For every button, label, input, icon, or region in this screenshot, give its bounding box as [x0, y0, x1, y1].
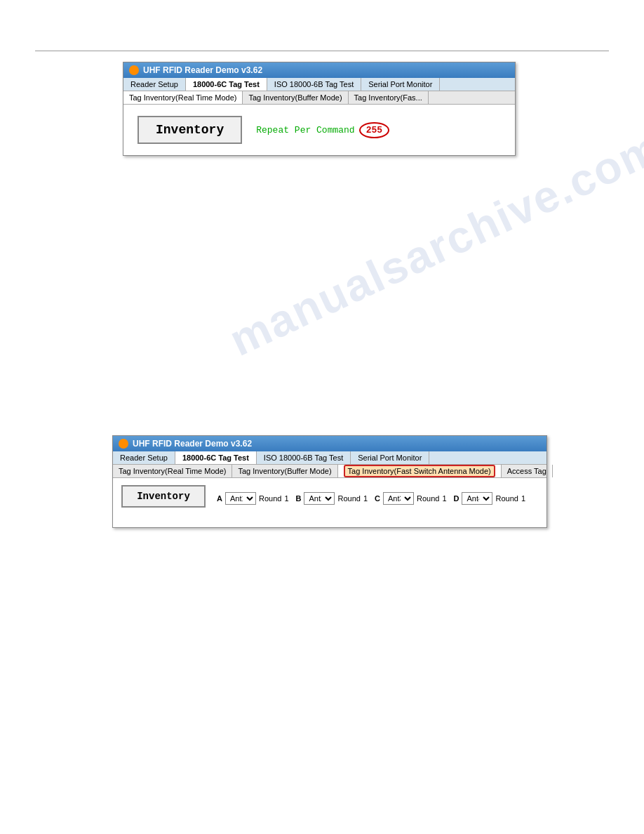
subtab-fast[interactable]: Tag Inventory(Fas... — [349, 91, 429, 104]
subtab2-access[interactable]: Access Tag — [502, 465, 553, 477]
app-icon-2 — [119, 439, 128, 449]
antenna-a-round-value: 1 — [284, 494, 288, 503]
window-1: UHF RFID Reader Demo v3.62 Reader Setup … — [123, 62, 516, 156]
window-title-1: UHF RFID Reader Demo v3.62 — [143, 65, 262, 75]
menu2-18000-6b[interactable]: ISO 18000-6B Tag Test — [257, 451, 351, 464]
window-title-2: UHF RFID Reader Demo v3.62 — [133, 439, 252, 449]
antenna-group-c: C Ant3 Round 1 — [375, 492, 447, 505]
menubar-1: Reader Setup 18000-6C Tag Test ISO 18000… — [123, 78, 515, 91]
window-2: UHF RFID Reader Demo v3.62 Reader Setup … — [112, 435, 547, 528]
antenna-d-label: D — [454, 494, 459, 503]
antenna-b-round-value: 1 — [363, 494, 368, 503]
antenna-group-a: A Ant1 Round 1 — [217, 492, 289, 505]
subtabbar-1: Tag Inventory(Real Time Mode) Tag Invent… — [123, 91, 515, 105]
top-divider — [35, 51, 609, 51]
antenna-c-label: C — [375, 494, 380, 503]
menu-serial-monitor[interactable]: Serial Port Monitor — [361, 78, 440, 91]
antenna-b-label: B — [296, 494, 302, 503]
watermark: manualsarchive.com — [222, 121, 644, 366]
subtab2-buffer[interactable]: Tag Inventory(Buffer Mode) — [232, 465, 337, 477]
antenna-b-select[interactable]: Ant2 — [304, 492, 335, 505]
subtab-realtime[interactable]: Tag Inventory(Real Time Mode) — [123, 91, 243, 104]
titlebar-2: UHF RFID Reader Demo v3.62 — [113, 436, 546, 451]
subtabbar-2: Tag Inventory(Real Time Mode) Tag Invent… — [113, 465, 546, 478]
menu-reader-setup[interactable]: Reader Setup — [123, 78, 186, 91]
antenna-a-round-label: Round — [259, 494, 281, 503]
subtab2-fast-switch[interactable]: Tag Inventory(Fast Switch Antenna Mode) — [338, 465, 502, 477]
antenna-d-round-value: 1 — [521, 494, 525, 503]
antenna-c-select[interactable]: Ant3 — [383, 492, 414, 505]
menubar-2: Reader Setup 18000-6C Tag Test ISO 18000… — [113, 451, 546, 465]
antenna-group-b: B Ant2 Round 1 — [296, 492, 368, 505]
antenna-group-d: D Ant4 Round 1 — [454, 492, 526, 505]
subtab-buffer[interactable]: Tag Inventory(Buffer Mode) — [243, 91, 348, 104]
antenna-a-select[interactable]: Ant1 — [225, 492, 256, 505]
subtab2-realtime[interactable]: Tag Inventory(Real Time Mode) — [113, 465, 232, 477]
menu-18000-6b[interactable]: ISO 18000-6B Tag Test — [267, 78, 361, 91]
inventory-button-1[interactable]: Inventory — [137, 116, 242, 144]
window-content-1: Inventory Repeat Per Command 255 — [123, 105, 515, 155]
menu2-reader-setup[interactable]: Reader Setup — [113, 451, 175, 464]
inventory-button-2[interactable]: Inventory — [121, 485, 206, 508]
menu-18000-6c[interactable]: 18000-6C Tag Test — [186, 78, 267, 91]
antenna-a-label: A — [217, 494, 222, 503]
antenna-row: A Ant1 Round 1 B Ant2 Round 1 — [217, 492, 525, 505]
antenna-d-select[interactable]: Ant4 — [462, 492, 492, 505]
repeat-per-command: Repeat Per Command 255 — [256, 122, 389, 138]
window-content-2: Inventory A Ant1 Round 1 B Ant2 — [113, 478, 546, 527]
menu2-18000-6c[interactable]: 18000-6C Tag Test — [175, 451, 257, 464]
titlebar-1: UHF RFID Reader Demo v3.62 — [123, 62, 515, 78]
antenna-d-round-label: Round — [495, 494, 518, 503]
menu2-serial-monitor[interactable]: Serial Port Monitor — [351, 451, 429, 464]
app-icon-1 — [129, 65, 139, 75]
antenna-b-round-label: Round — [337, 494, 360, 503]
antenna-c-round-value: 1 — [442, 494, 446, 503]
antenna-c-round-label: Round — [417, 494, 439, 503]
repeat-value: 255 — [359, 122, 389, 138]
